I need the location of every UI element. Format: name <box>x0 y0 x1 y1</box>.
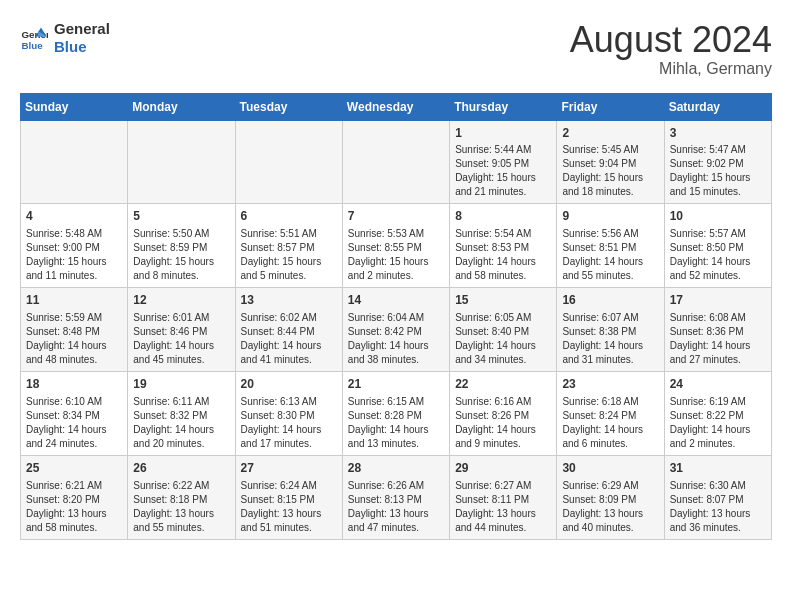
header-tuesday: Tuesday <box>235 93 342 120</box>
day-content: Sunrise: 6:18 AM Sunset: 8:24 PM Dayligh… <box>562 395 658 451</box>
day-content: Sunrise: 6:04 AM Sunset: 8:42 PM Dayligh… <box>348 311 444 367</box>
logo-line1: General <box>54 20 110 38</box>
day-content: Sunrise: 5:57 AM Sunset: 8:50 PM Dayligh… <box>670 227 766 283</box>
calendar-week-2: 4Sunrise: 5:48 AM Sunset: 9:00 PM Daylig… <box>21 204 772 288</box>
day-content: Sunrise: 5:51 AM Sunset: 8:57 PM Dayligh… <box>241 227 337 283</box>
page-header: General Blue General Blue August 2024 Mi… <box>20 20 772 78</box>
calendar-cell: 28Sunrise: 6:26 AM Sunset: 8:13 PM Dayli… <box>342 455 449 539</box>
calendar-cell: 27Sunrise: 6:24 AM Sunset: 8:15 PM Dayli… <box>235 455 342 539</box>
calendar-cell: 24Sunrise: 6:19 AM Sunset: 8:22 PM Dayli… <box>664 371 771 455</box>
calendar-cell: 6Sunrise: 5:51 AM Sunset: 8:57 PM Daylig… <box>235 204 342 288</box>
calendar-cell: 30Sunrise: 6:29 AM Sunset: 8:09 PM Dayli… <box>557 455 664 539</box>
day-number: 29 <box>455 460 551 477</box>
calendar-cell: 23Sunrise: 6:18 AM Sunset: 8:24 PM Dayli… <box>557 371 664 455</box>
day-content: Sunrise: 6:02 AM Sunset: 8:44 PM Dayligh… <box>241 311 337 367</box>
day-content: Sunrise: 5:44 AM Sunset: 9:05 PM Dayligh… <box>455 143 551 199</box>
day-number: 16 <box>562 292 658 309</box>
day-number: 28 <box>348 460 444 477</box>
day-number: 22 <box>455 376 551 393</box>
day-content: Sunrise: 6:15 AM Sunset: 8:28 PM Dayligh… <box>348 395 444 451</box>
day-number: 23 <box>562 376 658 393</box>
day-content: Sunrise: 6:26 AM Sunset: 8:13 PM Dayligh… <box>348 479 444 535</box>
day-content: Sunrise: 5:45 AM Sunset: 9:04 PM Dayligh… <box>562 143 658 199</box>
calendar-cell: 3Sunrise: 5:47 AM Sunset: 9:02 PM Daylig… <box>664 120 771 204</box>
day-content: Sunrise: 6:22 AM Sunset: 8:18 PM Dayligh… <box>133 479 229 535</box>
calendar-cell: 11Sunrise: 5:59 AM Sunset: 8:48 PM Dayli… <box>21 288 128 372</box>
day-content: Sunrise: 6:24 AM Sunset: 8:15 PM Dayligh… <box>241 479 337 535</box>
calendar-cell: 26Sunrise: 6:22 AM Sunset: 8:18 PM Dayli… <box>128 455 235 539</box>
calendar-cell: 12Sunrise: 6:01 AM Sunset: 8:46 PM Dayli… <box>128 288 235 372</box>
calendar-cell: 15Sunrise: 6:05 AM Sunset: 8:40 PM Dayli… <box>450 288 557 372</box>
day-content: Sunrise: 5:48 AM Sunset: 9:00 PM Dayligh… <box>26 227 122 283</box>
calendar-cell: 31Sunrise: 6:30 AM Sunset: 8:07 PM Dayli… <box>664 455 771 539</box>
calendar-cell: 16Sunrise: 6:07 AM Sunset: 8:38 PM Dayli… <box>557 288 664 372</box>
day-number: 3 <box>670 125 766 142</box>
day-number: 31 <box>670 460 766 477</box>
calendar-cell: 18Sunrise: 6:10 AM Sunset: 8:34 PM Dayli… <box>21 371 128 455</box>
day-content: Sunrise: 5:50 AM Sunset: 8:59 PM Dayligh… <box>133 227 229 283</box>
day-number: 10 <box>670 208 766 225</box>
day-number: 20 <box>241 376 337 393</box>
calendar-body: 1Sunrise: 5:44 AM Sunset: 9:05 PM Daylig… <box>21 120 772 539</box>
calendar-cell: 14Sunrise: 6:04 AM Sunset: 8:42 PM Dayli… <box>342 288 449 372</box>
day-number: 25 <box>26 460 122 477</box>
calendar-week-5: 25Sunrise: 6:21 AM Sunset: 8:20 PM Dayli… <box>21 455 772 539</box>
day-content: Sunrise: 5:56 AM Sunset: 8:51 PM Dayligh… <box>562 227 658 283</box>
day-number: 24 <box>670 376 766 393</box>
day-number: 26 <box>133 460 229 477</box>
day-content: Sunrise: 6:29 AM Sunset: 8:09 PM Dayligh… <box>562 479 658 535</box>
calendar-week-4: 18Sunrise: 6:10 AM Sunset: 8:34 PM Dayli… <box>21 371 772 455</box>
calendar-cell: 25Sunrise: 6:21 AM Sunset: 8:20 PM Dayli… <box>21 455 128 539</box>
day-content: Sunrise: 6:13 AM Sunset: 8:30 PM Dayligh… <box>241 395 337 451</box>
calendar-week-1: 1Sunrise: 5:44 AM Sunset: 9:05 PM Daylig… <box>21 120 772 204</box>
header-wednesday: Wednesday <box>342 93 449 120</box>
calendar-cell <box>342 120 449 204</box>
logo-icon: General Blue <box>20 24 48 52</box>
day-number: 5 <box>133 208 229 225</box>
day-content: Sunrise: 5:53 AM Sunset: 8:55 PM Dayligh… <box>348 227 444 283</box>
day-number: 19 <box>133 376 229 393</box>
day-number: 15 <box>455 292 551 309</box>
day-content: Sunrise: 6:27 AM Sunset: 8:11 PM Dayligh… <box>455 479 551 535</box>
day-number: 30 <box>562 460 658 477</box>
header-saturday: Saturday <box>664 93 771 120</box>
calendar-cell: 7Sunrise: 5:53 AM Sunset: 8:55 PM Daylig… <box>342 204 449 288</box>
day-number: 4 <box>26 208 122 225</box>
day-number: 12 <box>133 292 229 309</box>
logo: General Blue General Blue <box>20 20 110 56</box>
title-block: August 2024 Mihla, Germany <box>570 20 772 78</box>
calendar-cell: 8Sunrise: 5:54 AM Sunset: 8:53 PM Daylig… <box>450 204 557 288</box>
day-content: Sunrise: 5:54 AM Sunset: 8:53 PM Dayligh… <box>455 227 551 283</box>
calendar-cell: 4Sunrise: 5:48 AM Sunset: 9:00 PM Daylig… <box>21 204 128 288</box>
day-number: 7 <box>348 208 444 225</box>
calendar-cell: 2Sunrise: 5:45 AM Sunset: 9:04 PM Daylig… <box>557 120 664 204</box>
calendar-cell <box>21 120 128 204</box>
calendar-cell: 29Sunrise: 6:27 AM Sunset: 8:11 PM Dayli… <box>450 455 557 539</box>
calendar-cell: 5Sunrise: 5:50 AM Sunset: 8:59 PM Daylig… <box>128 204 235 288</box>
day-number: 21 <box>348 376 444 393</box>
svg-text:Blue: Blue <box>21 40 43 51</box>
day-content: Sunrise: 5:59 AM Sunset: 8:48 PM Dayligh… <box>26 311 122 367</box>
day-number: 9 <box>562 208 658 225</box>
day-content: Sunrise: 6:11 AM Sunset: 8:32 PM Dayligh… <box>133 395 229 451</box>
day-content: Sunrise: 6:19 AM Sunset: 8:22 PM Dayligh… <box>670 395 766 451</box>
day-content: Sunrise: 6:01 AM Sunset: 8:46 PM Dayligh… <box>133 311 229 367</box>
day-number: 8 <box>455 208 551 225</box>
header-monday: Monday <box>128 93 235 120</box>
day-number: 17 <box>670 292 766 309</box>
day-content: Sunrise: 6:05 AM Sunset: 8:40 PM Dayligh… <box>455 311 551 367</box>
calendar-cell: 19Sunrise: 6:11 AM Sunset: 8:32 PM Dayli… <box>128 371 235 455</box>
day-number: 27 <box>241 460 337 477</box>
calendar-cell: 22Sunrise: 6:16 AM Sunset: 8:26 PM Dayli… <box>450 371 557 455</box>
day-number: 13 <box>241 292 337 309</box>
day-content: Sunrise: 5:47 AM Sunset: 9:02 PM Dayligh… <box>670 143 766 199</box>
day-number: 14 <box>348 292 444 309</box>
header-sunday: Sunday <box>21 93 128 120</box>
day-content: Sunrise: 6:07 AM Sunset: 8:38 PM Dayligh… <box>562 311 658 367</box>
calendar-cell <box>235 120 342 204</box>
calendar-table: Sunday Monday Tuesday Wednesday Thursday… <box>20 93 772 540</box>
day-number: 6 <box>241 208 337 225</box>
calendar-cell: 21Sunrise: 6:15 AM Sunset: 8:28 PM Dayli… <box>342 371 449 455</box>
day-number: 2 <box>562 125 658 142</box>
calendar-cell: 9Sunrise: 5:56 AM Sunset: 8:51 PM Daylig… <box>557 204 664 288</box>
